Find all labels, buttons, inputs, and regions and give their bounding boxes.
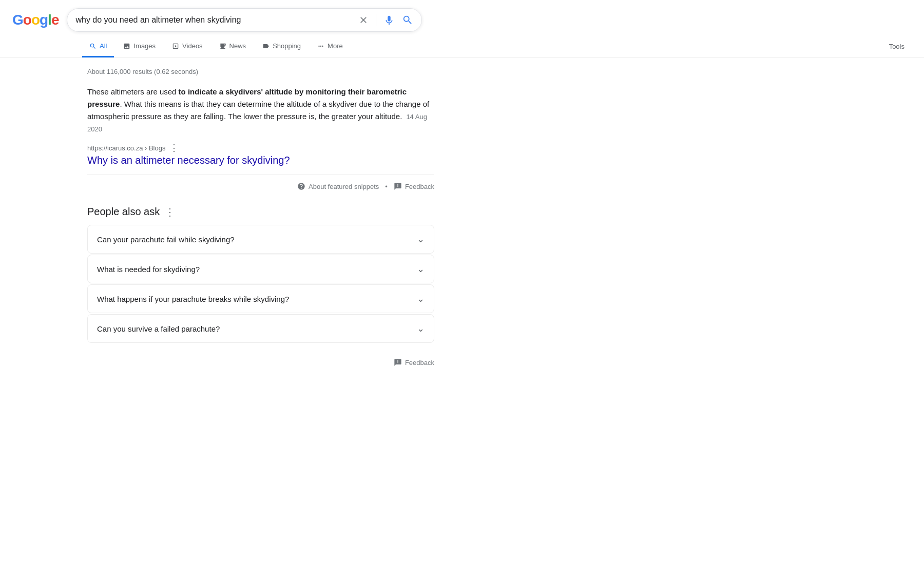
nav-item-images[interactable]: Images [116,36,163,57]
shopping-nav-icon [262,43,270,50]
footer-feedback: Feedback [87,353,434,367]
featured-snippet: These altimeters are used to indicate a … [87,86,434,190]
feedback-footer-icon [394,358,402,367]
microphone-icon [383,14,395,26]
logo-letter-e: e [51,12,59,28]
results-count: About 116,000 results (0.62 seconds) [87,68,434,75]
snippet-feedback-button[interactable]: Feedback [394,182,434,190]
paa-question: What is needed for skydiving? [97,265,200,274]
nav-item-news[interactable]: News [212,36,254,57]
paa-item[interactable]: What is needed for skydiving? ⌄ [87,255,434,283]
main-content: About 116,000 results (0.62 seconds) The… [0,57,447,377]
logo-letter-g: G [12,12,23,28]
paa-item[interactable]: Can you survive a failed parachute? ⌄ [87,314,434,343]
news-nav-icon [219,43,226,50]
logo-letter-g2: g [40,12,48,28]
search-icon [402,14,413,26]
snippet-source-url: https://icarus.co.za › Blogs [87,144,165,152]
tools-button[interactable]: Tools [882,36,912,56]
snippet-footer: About featured snippets • Feedback [87,175,434,190]
nav-label-videos: Videos [182,42,203,50]
footer-feedback-button[interactable]: Feedback [394,358,434,367]
search-input[interactable]: why do you need an altimeter when skydiv… [75,15,353,25]
search-nav-icon [89,43,97,50]
snippet-options-button[interactable]: ⋮ [169,143,179,152]
paa-item[interactable]: What happens if your parachute breaks wh… [87,284,434,313]
paa-title: People also ask [87,206,160,218]
images-nav-icon [123,43,130,50]
about-snippets-label: About featured snippets [309,183,379,190]
close-icon [358,15,369,25]
search-divider [376,14,376,26]
clear-button[interactable] [358,15,369,25]
nav-item-shopping[interactable]: Shopping [255,36,308,57]
chevron-down-icon: ⌄ [417,234,425,245]
search-bar: why do you need an altimeter when skydiv… [67,8,422,32]
snippet-text-before: These altimeters are used [87,87,179,96]
more-nav-icon [317,43,324,50]
nav-item-more[interactable]: More [310,36,350,57]
nav-label-images: Images [133,42,156,50]
nav-item-videos[interactable]: Videos [165,36,210,57]
nav-label-news: News [229,42,246,50]
search-bar-wrapper: why do you need an altimeter when skydiv… [67,8,422,32]
paa-header: People also ask ⋮ [87,206,434,218]
logo-letter-o1: o [23,12,31,28]
search-nav: All Images Videos News Shopping More Too… [0,36,924,57]
paa-options-button[interactable]: ⋮ [165,207,175,217]
snippet-feedback-label: Feedback [405,183,434,190]
chevron-down-icon: ⌄ [417,293,425,304]
snippet-text-after: . What this means is that they can deter… [87,100,429,121]
nav-label-more: More [328,42,343,50]
nav-label-shopping: Shopping [273,42,301,50]
feedback-icon [394,182,402,190]
footer-feedback-label: Feedback [405,359,434,367]
paa-item[interactable]: Can your parachute fail while skydiving?… [87,225,434,254]
dot-separator: • [385,183,388,190]
header: Google why do you need an altimeter when… [0,0,924,36]
snippet-source: https://icarus.co.za › Blogs ⋮ [87,143,434,152]
people-also-ask-section: People also ask ⋮ Can your parachute fai… [87,206,434,343]
paa-question: Can your parachute fail while skydiving? [97,235,235,244]
about-snippets-button[interactable]: About featured snippets [297,182,379,190]
logo-letter-o2: o [31,12,40,28]
search-button[interactable] [402,14,413,26]
search-bar-icons [358,14,413,26]
chevron-down-icon: ⌄ [417,263,425,275]
paa-question: Can you survive a failed parachute? [97,324,220,333]
logo-letter-l: l [48,12,51,28]
nav-item-all[interactable]: All [82,36,114,57]
nav-label-all: All [100,42,107,50]
videos-nav-icon [172,43,179,50]
snippet-link[interactable]: Why is an altimeter necessary for skydiv… [87,155,434,166]
paa-question: What happens if your parachute breaks wh… [97,295,289,303]
question-circle-icon [297,182,305,190]
chevron-down-icon: ⌄ [417,323,425,334]
voice-search-button[interactable] [383,14,395,26]
snippet-text: These altimeters are used to indicate a … [87,86,434,135]
google-logo[interactable]: Google [12,12,59,28]
